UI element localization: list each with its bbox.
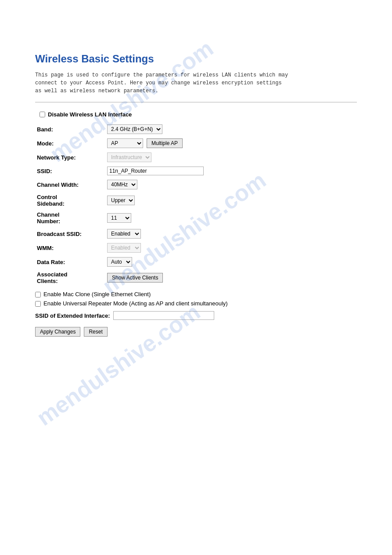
- ssid-label: SSID:: [35, 164, 105, 178]
- wmm-label: WMM:: [35, 241, 105, 255]
- data-rate-row: Data Rate: Auto1M2M5.5M11M6M9M12M18M24M3…: [35, 255, 357, 269]
- network-type-control: InfrastructureAd-Hoc: [105, 150, 357, 164]
- disable-wireless-row: Disable Wireless LAN Interface: [40, 111, 357, 118]
- mode-control: APClientWDSAP+WDS Multiple AP: [105, 136, 357, 150]
- mac-clone-checkbox[interactable]: [35, 292, 41, 297]
- broadcast-ssid-label: Broadcast SSID:: [35, 227, 105, 241]
- broadcast-ssid-select[interactable]: EnabledDisabled: [107, 229, 141, 239]
- band-label: Band:: [35, 122, 105, 136]
- network-type-row: Network Type: InfrastructureAd-Hoc: [35, 150, 357, 164]
- broadcast-ssid-row: Broadcast SSID: EnabledDisabled: [35, 227, 357, 241]
- page-description: This page is used to configure the param…: [35, 71, 357, 95]
- ssid-extended-input[interactable]: [113, 311, 214, 320]
- settings-table: Band: 2.4 GHz (B+G+N)2.4 GHz (B)2.4 GHz …: [35, 122, 357, 287]
- control-sideband-control: UpperLower: [105, 192, 357, 209]
- associated-clients-label: AssociatedClients:: [35, 269, 105, 287]
- section-divider: [35, 102, 357, 102]
- associated-clients-control: Show Active Clients: [105, 269, 357, 287]
- mode-row-inner: APClientWDSAP+WDS Multiple AP: [107, 138, 355, 148]
- control-sideband-row: ControlSideband: UpperLower: [35, 192, 357, 209]
- band-control: 2.4 GHz (B+G+N)2.4 GHz (B)2.4 GHz (G)2.4…: [105, 122, 357, 136]
- bottom-buttons: Apply Changes Reset: [35, 327, 357, 337]
- universal-repeater-checkbox[interactable]: [35, 301, 41, 307]
- multiple-ap-button[interactable]: Multiple AP: [147, 138, 183, 148]
- show-active-clients-button[interactable]: Show Active Clients: [107, 273, 163, 283]
- channel-number-row: ChannelNumber: 12345678910111213Auto: [35, 209, 357, 227]
- ssid-control: [105, 164, 357, 178]
- channel-number-select[interactable]: 12345678910111213Auto: [107, 213, 131, 223]
- ssid-input[interactable]: [107, 167, 204, 175]
- control-sideband-select[interactable]: UpperLower: [107, 196, 135, 205]
- channel-number-label: ChannelNumber:: [35, 209, 105, 227]
- disable-wireless-label: Disable Wireless LAN Interface: [48, 111, 132, 118]
- mac-clone-row: Enable Mac Clone (Single Ethernet Client…: [35, 291, 357, 297]
- disable-wireless-checkbox[interactable]: [40, 112, 45, 117]
- extra-options: Enable Mac Clone (Single Ethernet Client…: [35, 291, 357, 307]
- broadcast-ssid-control: EnabledDisabled: [105, 227, 357, 241]
- channel-number-control: 12345678910111213Auto: [105, 209, 357, 227]
- wmm-select[interactable]: EnabledDisabled: [107, 243, 141, 253]
- page-wrapper: Wireless Basic Settings This page is use…: [0, 0, 392, 354]
- associated-clients-row: AssociatedClients: Show Active Clients: [35, 269, 357, 287]
- wmm-row: WMM: EnabledDisabled: [35, 241, 357, 255]
- data-rate-control: Auto1M2M5.5M11M6M9M12M18M24M36M48M54M: [105, 255, 357, 269]
- reset-button[interactable]: Reset: [84, 327, 107, 337]
- mode-select[interactable]: APClientWDSAP+WDS: [107, 138, 143, 148]
- mode-row: Mode: APClientWDSAP+WDS Multiple AP: [35, 136, 357, 150]
- universal-repeater-label: Enable Universal Repeater Mode (Acting a…: [43, 300, 228, 307]
- data-rate-select[interactable]: Auto1M2M5.5M11M6M9M12M18M24M36M48M54M: [107, 257, 132, 267]
- network-type-select[interactable]: InfrastructureAd-Hoc: [107, 152, 151, 162]
- page-title: Wireless Basic Settings: [35, 53, 357, 65]
- wmm-control: EnabledDisabled: [105, 241, 357, 255]
- channel-width-label: Channel Width:: [35, 178, 105, 192]
- ssid-extended-row: SSID of Extended Interface:: [35, 311, 357, 320]
- channel-width-select[interactable]: 20MHz40MHz: [107, 180, 137, 189]
- mac-clone-label: Enable Mac Clone (Single Ethernet Client…: [43, 291, 151, 297]
- network-type-label: Network Type:: [35, 150, 105, 164]
- ssid-extended-label: SSID of Extended Interface:: [35, 312, 110, 319]
- channel-width-control: 20MHz40MHz: [105, 178, 357, 192]
- band-row: Band: 2.4 GHz (B+G+N)2.4 GHz (B)2.4 GHz …: [35, 122, 357, 136]
- control-sideband-label: ControlSideband:: [35, 192, 105, 209]
- data-rate-label: Data Rate:: [35, 255, 105, 269]
- apply-changes-button[interactable]: Apply Changes: [35, 327, 80, 337]
- band-select[interactable]: 2.4 GHz (B+G+N)2.4 GHz (B)2.4 GHz (G)2.4…: [107, 124, 162, 134]
- universal-repeater-row: Enable Universal Repeater Mode (Acting a…: [35, 300, 357, 307]
- mode-label: Mode:: [35, 136, 105, 150]
- ssid-row: SSID:: [35, 164, 357, 178]
- channel-width-row: Channel Width: 20MHz40MHz: [35, 178, 357, 192]
